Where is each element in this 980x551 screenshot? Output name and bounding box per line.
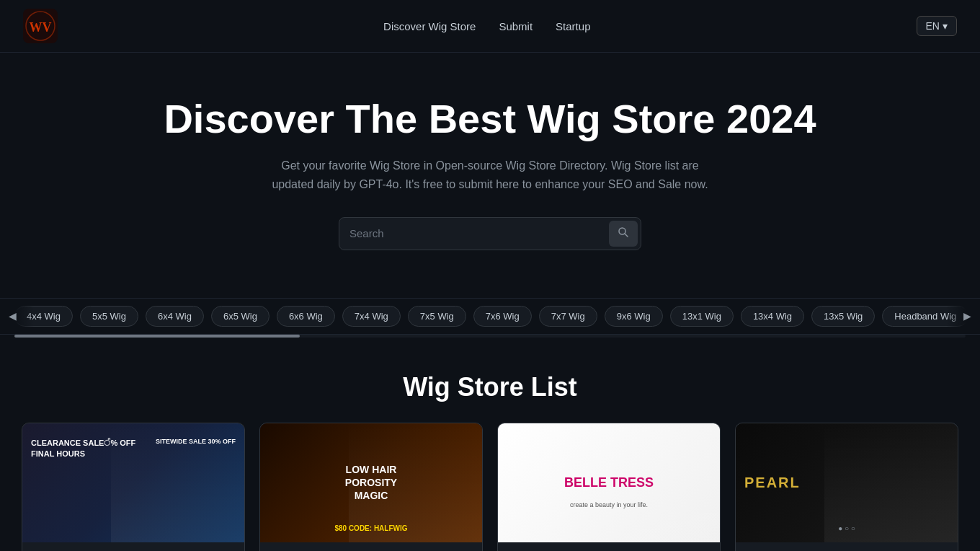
search-bar xyxy=(339,217,641,250)
card-hergiven[interactable]: Her Given Hair - Hair... Find natural ha… xyxy=(259,423,483,551)
card-content: Best Wig Outlet - Wigs, Hair... Buy wigs… xyxy=(498,542,720,551)
nav-submit[interactable]: Submit xyxy=(499,20,533,32)
card-image-placeholder xyxy=(260,423,482,542)
card-image-placeholder xyxy=(736,423,958,542)
filter-bar-wrapper: ◀ 4x4 Wig5x5 Wig6x4 Wig6x5 Wig6x6 Wig7x4… xyxy=(0,298,980,335)
page-title: Discover The Best Wig Store 2024 xyxy=(14,96,966,142)
filter-pill-7x5-wig[interactable]: 7x5 Wig xyxy=(408,306,466,327)
svg-line-4 xyxy=(625,234,628,237)
card-image-placeholder xyxy=(22,423,244,542)
card-grid: Chiquel.com – Wigs, Lace... Chiquel offe… xyxy=(7,423,973,551)
filter-pill-13x4-wig[interactable]: 13x4 Wig xyxy=(741,306,804,327)
section-title: Wig Store List xyxy=(0,372,980,402)
site-header: WV Discover Wig Store Submit Startup EN … xyxy=(0,0,980,53)
site-logo: WV xyxy=(23,9,58,43)
main-nav: Discover Wig Store Submit Startup xyxy=(383,20,590,32)
filter-pill-13x1-wig[interactable]: 13x1 Wig xyxy=(670,306,734,327)
card-image-placeholder xyxy=(498,423,720,542)
model-silhouette xyxy=(349,423,482,542)
hero-subtitle: Get your favorite Wig Store in Open-sour… xyxy=(245,157,735,193)
logo-area[interactable]: WV xyxy=(23,9,58,43)
nav-startup[interactable]: Startup xyxy=(556,20,590,32)
card-image xyxy=(22,423,244,542)
chevron-down-icon: ▾ xyxy=(943,20,948,32)
card-image xyxy=(736,423,958,542)
scroll-track xyxy=(14,335,966,338)
filter-pill-13x5-wig[interactable]: 13x5 Wig xyxy=(811,306,875,327)
nav-discover[interactable]: Discover Wig Store xyxy=(383,20,476,32)
card-sensationnel[interactable]: SENSATIONNEL - Premium... Sensationnel o… xyxy=(735,423,958,551)
filter-bar: 4x4 Wig5x5 Wig6x4 Wig6x5 Wig6x6 Wig7x4 W… xyxy=(0,299,980,334)
card-content: SENSATIONNEL - Premium... Sensationnel o… xyxy=(736,542,958,551)
card-content: Her Given Hair - Hair... Find natural ha… xyxy=(260,542,482,551)
card-image xyxy=(498,423,720,542)
filter-pill-7x4-wig[interactable]: 7x4 Wig xyxy=(342,306,401,327)
lang-label: EN xyxy=(926,20,940,32)
model-silhouette xyxy=(111,423,244,542)
card-content: Chiquel.com – Wigs, Lace... Chiquel offe… xyxy=(22,542,244,551)
search-input[interactable] xyxy=(349,222,609,244)
card-bestwig[interactable]: Best Wig Outlet - Wigs, Hair... Buy wigs… xyxy=(497,423,721,551)
filter-pill-6x4-wig[interactable]: 6x4 Wig xyxy=(146,306,204,327)
scroll-left-arrow[interactable]: ◀ xyxy=(0,304,34,327)
card-chiquel[interactable]: Chiquel.com – Wigs, Lace... Chiquel offe… xyxy=(22,423,245,551)
model-silhouette xyxy=(824,423,958,542)
language-selector[interactable]: EN ▾ xyxy=(917,16,957,36)
search-icon xyxy=(618,226,629,241)
scroll-thumb xyxy=(14,335,300,338)
model-silhouette xyxy=(587,423,720,542)
scroll-right-arrow[interactable]: ▶ xyxy=(946,304,980,327)
card-image xyxy=(260,423,482,542)
filter-pill-9x6-wig[interactable]: 9x6 Wig xyxy=(605,306,663,327)
hero-section: Discover The Best Wig Store 2024 Get you… xyxy=(0,53,980,298)
filter-pill-7x6-wig[interactable]: 7x6 Wig xyxy=(473,306,532,327)
svg-text:WV: WV xyxy=(30,20,52,35)
filter-pill-6x6-wig[interactable]: 6x6 Wig xyxy=(277,306,335,327)
filter-pill-6x5-wig[interactable]: 6x5 Wig xyxy=(211,306,270,327)
search-button[interactable] xyxy=(609,221,638,247)
filter-pill-5x5-wig[interactable]: 5x5 Wig xyxy=(80,306,138,327)
filter-pill-7x7-wig[interactable]: 7x7 Wig xyxy=(539,306,597,327)
